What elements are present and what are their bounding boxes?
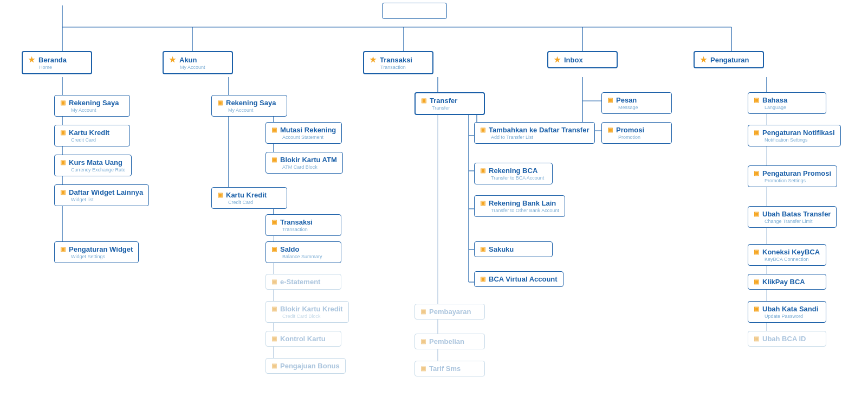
transfer-icon: ▣ <box>421 97 426 104</box>
mutasi-node[interactable]: ▣Mutasi Rekening Account Statement <box>265 122 342 144</box>
tarif-sms-node[interactable]: ▣Tarif Sms <box>414 361 485 376</box>
sakuku-node[interactable]: ▣Sakuku <box>474 241 553 257</box>
transfer-sub: Transfer <box>432 105 478 111</box>
ubah-batas-sub: Change Transfer Limit <box>765 219 831 224</box>
peng-promo-node[interactable]: ▣Pengaturan Promosi Promotion Settings <box>748 165 837 187</box>
promosi-node[interactable]: ▣Promosi Promotion <box>601 122 672 144</box>
transaksi-title: Transaksi <box>380 56 412 64</box>
ubah-kata-sandi-title: Ubah Kata Sandi <box>762 305 818 313</box>
pesan-node[interactable]: ▣Pesan Message <box>601 92 672 114</box>
kartu-kredit-a-sub: Credit Card <box>228 200 281 205</box>
blokir-atm-sub: ATM Card Block <box>282 164 337 170</box>
kartu-kredit-a-node[interactable]: ▣Kartu Kredit Credit Card <box>211 187 287 209</box>
akun-subtitle: My Account <box>180 65 226 70</box>
klikpay-title: KlikPay BCA <box>762 278 805 286</box>
ubah-bca-id-icon: ▣ <box>754 335 759 342</box>
ubah-batas-icon: ▣ <box>754 210 759 218</box>
rek-saya-a-icon: ▣ <box>217 99 223 106</box>
ubah-batas-node[interactable]: ▣Ubah Batas Transfer Change Transfer Lim… <box>748 206 837 228</box>
daftar-widget-icon: ▣ <box>60 189 66 196</box>
akun-node[interactable]: ★ Akun My Account <box>163 51 233 74</box>
rek-saya-b-icon: ▣ <box>60 99 66 106</box>
estatement-node[interactable]: ▣e-Statement <box>265 274 341 290</box>
klikpay-node[interactable]: ▣KlikPay BCA <box>748 274 826 290</box>
transaksi-kk-icon: ▣ <box>271 219 277 226</box>
koneksi-keybca-sub: KeyBCA Connection <box>765 257 820 262</box>
blokir-kk-node[interactable]: ▣Blokir Kartu Kredit Credit Card Block <box>265 301 349 323</box>
transfer-node[interactable]: ▣Transfer Transfer <box>414 92 485 115</box>
sakuku-icon: ▣ <box>480 246 485 253</box>
kurs-node[interactable]: ▣Kurs Mata Uang Currency Exchange Rate <box>54 155 132 176</box>
akun-star-icon: ★ <box>169 55 176 64</box>
tambahkan-title: Tambahkan ke Daftar Transfer <box>489 126 589 134</box>
inbox-node[interactable]: ★ Inbox <box>547 51 618 68</box>
tambahkan-daftar-node[interactable]: ▣Tambahkan ke Daftar Transfer Add to Tra… <box>474 122 595 144</box>
rek-saya-b-node[interactable]: ▣Rekening Saya My Account <box>54 95 130 117</box>
ubah-kata-sandi-node[interactable]: ▣Ubah Kata Sandi Update Password <box>748 301 826 323</box>
bahasa-sub: Language <box>765 105 820 110</box>
transaksi-kk-title: Transaksi <box>280 218 313 226</box>
promosi-title: Promosi <box>616 126 644 134</box>
root-node <box>252 0 577 27</box>
kontrol-kartu-title: Kontrol Kartu <box>280 335 326 343</box>
sakuku-title: Sakuku <box>489 245 514 253</box>
pengaturan-node[interactable]: ★ Pengaturan <box>694 51 764 68</box>
saldo-sub: Balance Summary <box>282 254 335 259</box>
peng-widget-node[interactable]: ▣Pengaturan Widget Widget Settings <box>54 241 139 263</box>
saldo-node[interactable]: ▣Saldo Balance Summary <box>265 241 341 263</box>
rek-bca-title: Rekening BCA <box>489 167 537 175</box>
pembelian-icon: ▣ <box>420 338 426 345</box>
promosi-icon: ▣ <box>607 126 613 133</box>
rek-saya-b-sub: My Account <box>71 107 124 113</box>
peng-promo-sub: Promotion Settings <box>765 178 831 183</box>
peng-notif-node[interactable]: ▣Pengaturan Notifikasi Notification Sett… <box>748 125 841 146</box>
transaksi-kk-node[interactable]: ▣Transaksi Transaction <box>265 214 341 236</box>
pengaturan-star-icon: ★ <box>700 55 707 64</box>
kartu-kredit-b-node[interactable]: ▣Kartu Kredit Credit Card <box>54 125 130 146</box>
blokir-atm-node[interactable]: ▣Blokir Kartu ATM ATM Card Block <box>265 152 343 174</box>
kurs-title: Kurs Mata Uang <box>69 158 122 167</box>
beranda-node[interactable]: ★ Beranda Home <box>22 51 92 74</box>
bahasa-icon: ▣ <box>754 97 759 104</box>
ubah-bca-id-node[interactable]: ▣Ubah BCA ID <box>748 331 826 347</box>
koneksi-keybca-node[interactable]: ▣Koneksi KeyBCA KeyBCA Connection <box>748 244 826 266</box>
koneksi-keybca-icon: ▣ <box>754 248 759 255</box>
kartu-kredit-b-title: Kartu Kredit <box>69 129 109 137</box>
rek-bank-lain-node[interactable]: ▣Rekening Bank Lain Transfer to Other Ba… <box>474 195 565 217</box>
peng-promo-icon: ▣ <box>754 170 759 177</box>
pengajuan-bonus-node[interactable]: ▣Pengajuan Bonus <box>265 358 346 374</box>
transaksi-node[interactable]: ★ Transaksi Transaction <box>363 51 433 74</box>
pembelian-node[interactable]: ▣Pembelian <box>414 334 485 349</box>
daftar-widget-title: Daftar Widget Lainnya <box>69 188 143 196</box>
peng-widget-sub: Widget Settings <box>71 254 133 259</box>
transaksi-kk-sub: Transaction <box>282 227 335 232</box>
blokir-kk-icon: ▣ <box>271 305 277 312</box>
peng-notif-sub: Notification Settings <box>765 137 835 143</box>
pesan-title: Pesan <box>616 96 637 104</box>
peng-notif-title: Pengaturan Notifikasi <box>762 129 835 137</box>
blokir-atm-title: Blokir Kartu ATM <box>280 156 337 164</box>
pembelian-title: Pembelian <box>429 337 464 346</box>
kurs-sub: Currency Exchange Rate <box>71 167 126 172</box>
rek-saya-a-node[interactable]: ▣Rekening Saya My Account <box>211 95 287 117</box>
pembayaran-node[interactable]: ▣Pembayaran <box>414 304 485 319</box>
kontrol-kartu-node[interactable]: ▣Kontrol Kartu <box>265 331 341 347</box>
inbox-star-icon: ★ <box>554 55 561 64</box>
klikpay-icon: ▣ <box>754 278 759 285</box>
kartu-kredit-b-sub: Credit Card <box>71 137 124 143</box>
diagram-container: ★ Beranda Home ▣Rekening Saya My Account… <box>0 0 868 409</box>
bahasa-node[interactable]: ▣Bahasa Language <box>748 92 826 114</box>
daftar-widget-node[interactable]: ▣Daftar Widget Lainnya Widget list <box>54 184 149 206</box>
rek-saya-b-title: Rekening Saya <box>69 99 119 107</box>
mutasi-title: Mutasi Rekening <box>280 126 336 134</box>
peng-notif-icon: ▣ <box>754 129 759 136</box>
transfer-title: Transfer <box>430 97 457 105</box>
inbox-title: Inbox <box>564 56 583 64</box>
rek-saya-a-title: Rekening Saya <box>226 99 276 107</box>
transaksi-subtitle: Transaction <box>380 65 427 70</box>
peng-widget-icon: ▣ <box>60 246 66 253</box>
blokir-atm-icon: ▣ <box>271 156 277 163</box>
bca-virtual-node[interactable]: ▣BCA Virtual Account <box>474 271 563 287</box>
rek-bca-node[interactable]: ▣Rekening BCA Transfer to BCA Account <box>474 163 553 184</box>
pengajuan-bonus-title: Pengajuan Bonus <box>280 362 340 370</box>
